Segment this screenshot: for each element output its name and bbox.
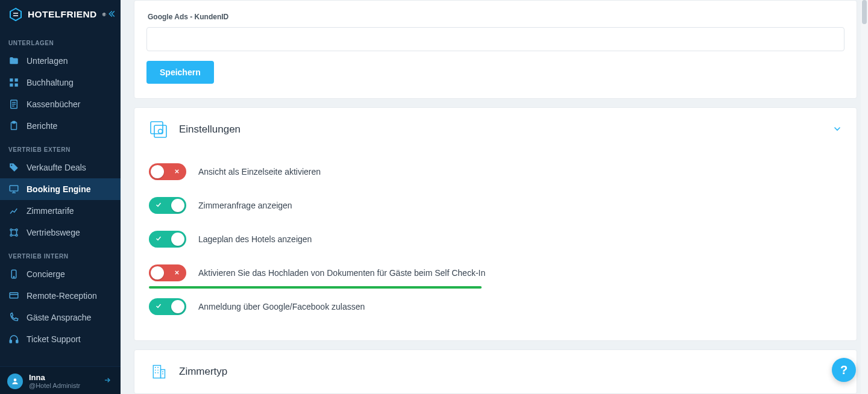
sidebar-item-label: Booking Engine: [27, 184, 91, 194]
setting-toggle[interactable]: [149, 298, 186, 315]
folder-icon: [8, 55, 19, 66]
sidebar-item-concierge[interactable]: Concierge: [0, 263, 121, 285]
save-button[interactable]: Speichern: [146, 61, 214, 84]
screen-icon: [8, 290, 19, 301]
monitor-icon: [8, 184, 19, 195]
toggle-knob: [171, 233, 184, 246]
sidebar-item-label: Concierge: [27, 269, 65, 279]
svg-rect-8: [10, 186, 18, 191]
sidebar-item-berichte[interactable]: Berichte: [0, 115, 121, 137]
sidebar-item-label: Verkaufte Deals: [27, 163, 86, 172]
doc-icon: [8, 99, 19, 110]
setting-toggle[interactable]: [149, 197, 186, 214]
setting-toggle[interactable]: [149, 231, 186, 248]
brand-logo-icon: [8, 7, 23, 22]
svg-rect-19: [151, 122, 163, 134]
sidebar-item-verkaufte-deals[interactable]: Verkaufte Deals: [0, 157, 121, 178]
toggle-knob: [151, 266, 164, 280]
sidebar: HOTELFRIEND® UNTERLAGENUnterlagenBuchhal…: [0, 0, 121, 394]
main-content: Google Ads - KundenID Speichern Einstell…: [121, 0, 868, 394]
setting-label: Aktivieren Sie das Hochladen von Dokumen…: [198, 268, 485, 278]
scroll-up-arrow[interactable]: [862, 0, 867, 24]
sidebar-item-label: Berichte: [27, 121, 57, 131]
sidebar-item-label: Vertriebswege: [27, 228, 80, 237]
app-root: HOTELFRIEND® UNTERLAGENUnterlagenBuchhal…: [0, 0, 868, 394]
toggle-knob: [171, 300, 184, 313]
sidebar-nav: UNTERLAGENUnterlagenBuchhaltungKassenbüc…: [0, 30, 121, 350]
panel-roomtype-header[interactable]: Zimmertyp: [134, 350, 857, 393]
phone-icon: [8, 312, 19, 323]
panel-google-ads: Google Ads - KundenID Speichern: [134, 0, 857, 99]
sidebar-item-label: Zimmertarife: [27, 206, 74, 216]
avatar[interactable]: [7, 374, 23, 389]
user-block: Inna @Hotel Administr: [29, 373, 98, 389]
user-role: @Hotel Administr: [29, 382, 98, 389]
svg-rect-20: [154, 125, 166, 137]
svg-rect-3: [15, 84, 18, 87]
svg-rect-17: [16, 340, 18, 343]
setting-label: Lageplan des Hotels anzeigen: [198, 234, 312, 244]
sidebar-item-unterlagen[interactable]: Unterlagen: [0, 50, 121, 72]
nav-section: VERTRIEB INTERNConciergeRemote-Reception…: [0, 243, 121, 350]
setting-row: Aktivieren Sie das Hochladen von Dokumen…: [149, 256, 842, 290]
chevron-down-icon[interactable]: [832, 124, 842, 136]
svg-point-11: [10, 234, 12, 236]
sidebar-item-buchhaltung[interactable]: Buchhaltung: [0, 72, 121, 93]
nav-section-title: UNTERLAGEN: [0, 34, 121, 50]
chart-icon: [8, 205, 19, 216]
panel-roomtype-title: Zimmertyp: [179, 366, 227, 378]
ga-field-input[interactable]: [146, 27, 844, 51]
svg-point-7: [11, 164, 12, 166]
sidebar-item-label: Gäste Ansprache: [27, 313, 91, 322]
panel-settings-title: Einstellungen: [179, 124, 241, 136]
ga-field-label: Google Ads - KundenID: [148, 13, 844, 21]
setting-row: Lageplan des Hotels anzeigen: [149, 222, 842, 256]
network-icon: [8, 227, 19, 238]
settings-body: Ansicht als Einzelseite aktivierenZimmer…: [134, 151, 857, 340]
sidebar-item-ticket-support[interactable]: Ticket Support: [0, 328, 121, 350]
brand[interactable]: HOTELFRIEND®: [8, 7, 106, 22]
sidebar-item-label: Buchhaltung: [27, 78, 74, 87]
sidebar-item-kassenb-cher[interactable]: Kassenbücher: [0, 93, 121, 115]
sidebar-user: Inna @Hotel Administr: [0, 366, 121, 394]
svg-rect-6: [13, 122, 16, 124]
svg-rect-22: [153, 366, 160, 378]
check-icon: [155, 235, 162, 243]
sidebar-header: HOTELFRIEND®: [0, 0, 121, 30]
svg-rect-16: [10, 340, 11, 343]
close-icon: [174, 269, 180, 277]
svg-rect-1: [15, 78, 18, 81]
svg-point-18: [14, 378, 17, 381]
page-scrollbar[interactable]: [861, 0, 868, 394]
nav-section-title: VERTRIEB INTERN: [0, 247, 121, 263]
setting-row: Ansicht als Einzelseite aktivieren: [149, 155, 842, 189]
sidebar-item-zimmertarife[interactable]: Zimmertarife: [0, 200, 121, 222]
svg-rect-2: [10, 84, 13, 87]
sidebar-item-g-ste-ansprache[interactable]: Gäste Ansprache: [0, 307, 121, 328]
check-icon: [155, 302, 162, 311]
user-name: Inna: [29, 373, 98, 382]
check-icon: [155, 201, 162, 210]
logout-icon[interactable]: [104, 375, 113, 387]
setting-row: Anmeldung über Google/Facebook zulassen: [149, 290, 842, 324]
sidebar-item-vertriebswege[interactable]: Vertriebswege: [0, 222, 121, 243]
panel-roomtype: Zimmertyp: [134, 349, 857, 394]
help-button[interactable]: ?: [832, 358, 856, 382]
nav-section: VERTRIEB EXTERNVerkaufte DealsBooking En…: [0, 137, 121, 243]
setting-row: Zimmeranfrage anzeigen: [149, 189, 842, 222]
setting-label: Anmeldung über Google/Facebook zulassen: [198, 302, 365, 311]
sidebar-collapse-button[interactable]: [106, 9, 116, 20]
tag-icon: [8, 162, 19, 173]
svg-point-21: [159, 130, 163, 134]
svg-point-14: [13, 277, 14, 278]
building-icon: [149, 362, 168, 381]
panel-settings-header[interactable]: Einstellungen: [134, 108, 857, 151]
settings-icon: [149, 120, 168, 139]
setting-toggle[interactable]: [149, 264, 186, 281]
sidebar-item-remote-reception[interactable]: Remote-Reception: [0, 285, 121, 307]
grid-icon: [8, 77, 19, 88]
toggle-knob: [171, 199, 184, 212]
sidebar-item-booking-engine[interactable]: Booking Engine: [0, 178, 121, 200]
setting-toggle[interactable]: [149, 163, 186, 180]
close-icon: [174, 168, 180, 176]
